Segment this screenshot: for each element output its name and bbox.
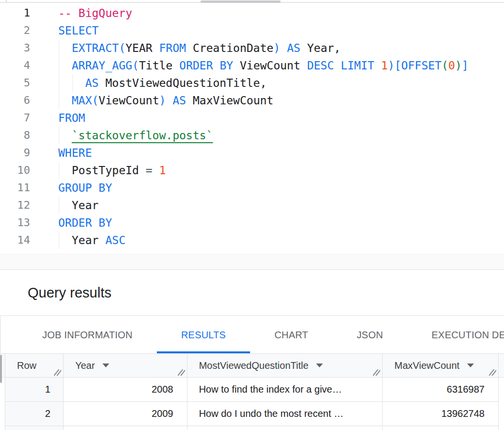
table-cell: 2 <box>5 402 64 426</box>
tab-label: JOB INFORMATION <box>42 330 133 341</box>
table-header-row: RowYearMostViewedQuestionTitleMaxViewCou… <box>5 353 499 378</box>
tab-job-information[interactable]: JOB INFORMATION <box>18 316 157 353</box>
code-line[interactable]: 14 Year ASC <box>0 232 504 249</box>
code-line[interactable]: 8 `stackoverflow.posts` <box>0 127 504 144</box>
column-header-year: Year <box>64 353 187 378</box>
code-text: ORDER BY <box>30 214 112 232</box>
column-header-mostviewedquestiontitle: MostViewedQuestionTitle <box>187 353 383 378</box>
table-cell: 13962748 <box>383 402 499 426</box>
line-number: 11 <box>0 179 30 197</box>
indent-guide <box>59 162 59 179</box>
sort-dropdown-icon[interactable] <box>316 364 323 367</box>
table-row-partial <box>5 426 499 430</box>
column-header-label: MostViewedQuestionTitle <box>199 360 309 371</box>
code-line[interactable]: 3 EXTRACT(YEAR FROM CreationDate) AS Yea… <box>0 39 504 57</box>
table-cell <box>383 426 499 430</box>
line-number: 9 <box>0 144 30 162</box>
table-row: 22009How do I undo the most recent …1396… <box>5 402 499 426</box>
column-resize-handle-icon[interactable] <box>54 369 61 376</box>
code-text: WHERE <box>30 144 92 162</box>
tab-execution-details[interactable]: EXECUTION DETAILS <box>407 316 504 353</box>
indent-guide <box>59 127 59 144</box>
code-line[interactable]: 10 PostTypeId = 1 <box>0 162 504 179</box>
query-results-header: Query results <box>0 269 504 316</box>
code-text: ARRAY_AGG(Title ORDER BY ViewCount DESC … <box>30 57 469 74</box>
code-line[interactable]: 7FROM <box>0 109 504 127</box>
sort-dropdown-icon[interactable] <box>467 364 474 367</box>
line-number: 14 <box>0 232 30 249</box>
tab-label: CHART <box>274 330 308 341</box>
column-resize-handle-icon[interactable] <box>178 369 185 376</box>
code-text: Year <box>30 197 99 214</box>
indent-guide <box>59 197 59 214</box>
line-number: 1 <box>0 4 30 22</box>
line-number: 10 <box>0 162 30 179</box>
line-number: 7 <box>0 109 30 127</box>
column-header-label: Year <box>75 360 95 371</box>
tab-label: RESULTS <box>181 330 226 341</box>
column-header-row: Row <box>5 353 64 378</box>
tab-results[interactable]: RESULTS <box>157 316 250 353</box>
code-line[interactable]: 12 Year <box>0 197 504 214</box>
code-line[interactable]: 13ORDER BY <box>0 214 504 232</box>
page-title: Query results <box>28 285 111 301</box>
tab-chart[interactable]: CHART <box>250 316 333 353</box>
indent-guide <box>59 57 59 74</box>
code-text: SELECT <box>30 22 99 39</box>
table-cell: How to find the index for a give… <box>187 378 383 402</box>
indent-guide <box>59 232 59 249</box>
code-text: MAX(ViewCount) AS MaxViewCount <box>30 92 273 109</box>
table-cell <box>5 426 64 430</box>
table-cell: How do I undo the most recent … <box>187 402 383 426</box>
code-line[interactable]: 6 MAX(ViewCount) AS MaxViewCount <box>0 92 504 109</box>
line-number: 5 <box>0 74 30 92</box>
column-header-label: MaxViewCount <box>394 360 459 371</box>
code-text: AS MostViewedQuestionTitle, <box>30 74 267 92</box>
code-line[interactable]: 9WHERE <box>0 144 504 162</box>
code-text: FROM <box>30 109 85 127</box>
bigquery-console: 1-- BigQuery2SELECT3 EXTRACT(YEAR FROM C… <box>0 0 504 430</box>
tab-label: JSON <box>357 330 383 341</box>
table-cell: 2009 <box>64 402 187 426</box>
table-cell <box>187 426 383 430</box>
code-line[interactable]: 1-- BigQuery <box>0 4 504 22</box>
code-text: PostTypeId = 1 <box>30 162 166 179</box>
tab-label: EXECUTION DETAILS <box>432 330 504 341</box>
editor-bottom-gutter <box>0 254 504 269</box>
table-cell: 6316987 <box>383 378 499 402</box>
line-number: 3 <box>0 39 30 57</box>
code-text: -- BigQuery <box>30 4 132 22</box>
code-line[interactable]: 5 AS MostViewedQuestionTitle, <box>0 74 504 92</box>
code-text: GROUP BY <box>30 179 112 197</box>
code-line[interactable]: 2SELECT <box>0 22 504 39</box>
vertical-scrollbar-thumb[interactable] <box>0 355 2 383</box>
code-line[interactable]: 4 ARRAY_AGG(Title ORDER BY ViewCount DES… <box>0 57 504 74</box>
code-text: EXTRACT(YEAR FROM CreationDate) AS Year, <box>30 39 341 57</box>
sort-dropdown-icon[interactable] <box>102 364 109 367</box>
sql-editor[interactable]: 1-- BigQuery2SELECT3 EXTRACT(YEAR FROM C… <box>0 3 504 254</box>
table-cell <box>64 426 187 430</box>
code-text: `stackoverflow.posts` <box>30 127 213 144</box>
indent-guide <box>59 74 59 92</box>
column-header-label: Row <box>17 360 36 371</box>
line-number: 2 <box>0 22 30 39</box>
results-tab-bar: JOB INFORMATIONRESULTSCHARTJSONEXECUTION… <box>0 316 504 353</box>
line-number: 13 <box>0 214 30 232</box>
indent-guide <box>72 74 73 92</box>
results-table: RowYearMostViewedQuestionTitleMaxViewCou… <box>5 353 499 430</box>
line-number: 12 <box>0 197 30 214</box>
code-text: Year ASC <box>30 232 126 249</box>
table-cell: 2008 <box>64 378 187 402</box>
table-cell: 1 <box>5 378 64 402</box>
line-number: 4 <box>0 57 30 74</box>
code-line[interactable]: 11GROUP BY <box>0 179 504 197</box>
table-row: 12008How to find the index for a give…63… <box>5 378 499 402</box>
column-resize-handle-icon[interactable] <box>489 369 496 376</box>
line-number: 8 <box>0 127 30 144</box>
column-resize-handle-icon[interactable] <box>373 369 380 376</box>
line-number: 6 <box>0 92 30 109</box>
tab-json[interactable]: JSON <box>333 316 407 353</box>
column-header-maxviewcount: MaxViewCount <box>383 353 499 378</box>
indent-guide <box>59 39 59 57</box>
indent-guide <box>59 92 59 109</box>
